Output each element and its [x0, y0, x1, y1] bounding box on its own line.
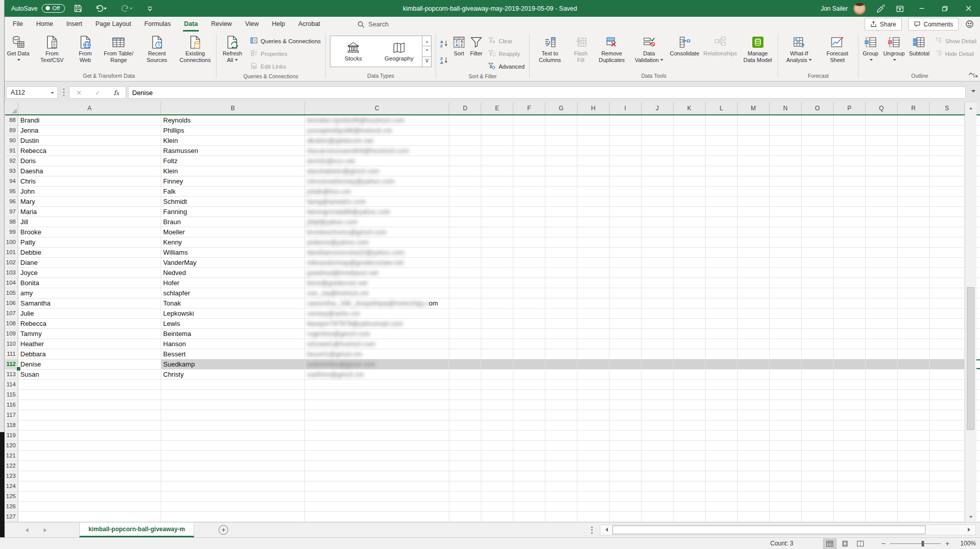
cell-F104[interactable] — [513, 278, 545, 288]
row-header-120[interactable]: 120 — [5, 441, 18, 450]
cell-D125[interactable] — [449, 492, 481, 501]
cell-A111[interactable]: Debbara — [18, 349, 161, 359]
cell-P102[interactable] — [834, 258, 866, 267]
cell-O120[interactable] — [802, 441, 834, 450]
cell-P93[interactable] — [834, 166, 866, 176]
cell-C113[interactable]: sxefrmx@gmzil.cm — [305, 370, 449, 379]
cell-M125[interactable] — [738, 492, 770, 501]
cell-O126[interactable] — [802, 502, 834, 511]
cell-D107[interactable] — [449, 309, 481, 318]
cell-R121[interactable] — [898, 451, 930, 461]
column-header-F[interactable]: F — [513, 103, 545, 114]
sort-a-to-z-button[interactable]: AZ — [438, 39, 450, 49]
column-header-G[interactable]: G — [545, 103, 577, 114]
cell-G103[interactable] — [545, 268, 577, 278]
cell-G101[interactable] — [545, 248, 577, 257]
cell-C93[interactable]: daxshaklein@gmzil.cxm — [305, 166, 449, 176]
cell-O114[interactable] — [802, 380, 834, 389]
cell-R101[interactable] — [898, 248, 930, 257]
cell-C124[interactable] — [305, 481, 449, 491]
cell-F127[interactable] — [513, 512, 545, 522]
cell-B115[interactable] — [161, 390, 305, 400]
cell-G127[interactable] — [545, 512, 577, 522]
cell-F102[interactable] — [513, 258, 545, 267]
cell-H111[interactable] — [577, 349, 609, 359]
cell-P106[interactable] — [834, 298, 866, 308]
cell-G111[interactable] — [545, 349, 577, 359]
cell-G108[interactable] — [545, 319, 577, 328]
row-header-91[interactable]: 91 — [5, 146, 18, 156]
cell-M101[interactable] — [738, 248, 770, 257]
cell-K90[interactable] — [673, 136, 706, 145]
cell-P108[interactable] — [834, 319, 866, 328]
column-header-M[interactable]: M — [738, 103, 770, 114]
cell-L103[interactable] — [706, 268, 738, 278]
cell-B99[interactable]: Moeller — [161, 227, 305, 237]
cell-K114[interactable] — [673, 380, 706, 389]
ungroup-button[interactable]: Ungroup — [881, 32, 907, 72]
cell-R89[interactable] — [898, 126, 930, 135]
cell-M103[interactable] — [738, 268, 770, 278]
cell-O125[interactable] — [802, 492, 834, 501]
cell-O97[interactable] — [802, 207, 834, 217]
new-sheet-button[interactable]: + — [219, 525, 228, 535]
subtotal-button[interactable]: Subtotal — [907, 32, 931, 72]
cell-D92[interactable] — [449, 156, 481, 166]
cell-C90[interactable]: dkxlein@qtelecxm.net — [305, 136, 449, 145]
cell-C102[interactable]: mbvandxrmay@grxdecxstwv.net — [305, 258, 449, 267]
cell-L126[interactable] — [706, 502, 738, 511]
cell-R119[interactable] — [898, 431, 930, 440]
cell-Q117[interactable] — [866, 410, 898, 420]
cell-P92[interactable] — [834, 156, 866, 166]
cell-N109[interactable] — [770, 329, 802, 339]
cell-K126[interactable] — [673, 502, 706, 511]
ribbon-display-options-button[interactable] — [890, 2, 910, 15]
sort-button[interactable]: ZAAZ Sort — [450, 32, 468, 73]
cell-S106[interactable] — [930, 298, 965, 308]
cell-H95[interactable] — [577, 187, 609, 196]
cell-P112[interactable] — [834, 359, 866, 369]
from-text-csv-button[interactable]: From Text/CSV — [33, 32, 71, 72]
expand-formula-bar-icon[interactable] — [971, 90, 975, 95]
cell-E90[interactable] — [481, 136, 513, 145]
cell-L123[interactable] — [706, 471, 738, 481]
cell-G117[interactable] — [545, 410, 577, 420]
cell-C123[interactable] — [305, 471, 449, 481]
undo-button[interactable] — [91, 2, 111, 15]
cell-J91[interactable] — [641, 146, 673, 156]
cell-A95[interactable]: John — [18, 187, 161, 196]
cell-P89[interactable] — [834, 126, 866, 135]
cell-E97[interactable] — [481, 207, 513, 217]
next-sheet-arrow[interactable] — [44, 528, 49, 532]
cell-C107[interactable]: sxnxey@axhx.cm — [305, 309, 449, 318]
cell-M122[interactable] — [738, 461, 770, 471]
get-data-button[interactable]: Get Data — [4, 32, 33, 72]
cell-H114[interactable] — [577, 380, 609, 389]
cell-Q106[interactable] — [866, 298, 898, 308]
cell-H92[interactable] — [577, 156, 609, 166]
cell-R95[interactable] — [898, 187, 930, 196]
cell-S118[interactable] — [930, 420, 965, 430]
cell-Q104[interactable] — [866, 278, 898, 288]
cell-E119[interactable] — [481, 431, 513, 440]
cell-L105[interactable] — [706, 288, 738, 298]
cell-C94[interactable]: chrxstxnefxnney@yahxx.cxm — [305, 176, 449, 186]
cell-F105[interactable] — [513, 288, 545, 298]
cell-F103[interactable] — [513, 268, 545, 278]
cell-E117[interactable] — [481, 410, 513, 420]
cell-N114[interactable] — [770, 380, 802, 389]
ink-button[interactable] — [872, 2, 890, 15]
cell-Q100[interactable] — [866, 237, 898, 247]
cell-I113[interactable] — [609, 370, 641, 379]
cell-J127[interactable] — [641, 512, 673, 522]
cell-N127[interactable] — [770, 512, 802, 522]
cell-E91[interactable] — [481, 146, 513, 156]
zoom-in-button[interactable]: + — [945, 539, 950, 547]
cell-N92[interactable] — [770, 156, 802, 166]
cell-M124[interactable] — [738, 481, 770, 491]
cell-R97[interactable] — [898, 207, 930, 217]
cell-B118[interactable] — [161, 420, 305, 430]
row-header-95[interactable]: 95 — [5, 187, 18, 196]
cell-G114[interactable] — [545, 380, 577, 389]
row-header-96[interactable]: 96 — [5, 197, 18, 206]
